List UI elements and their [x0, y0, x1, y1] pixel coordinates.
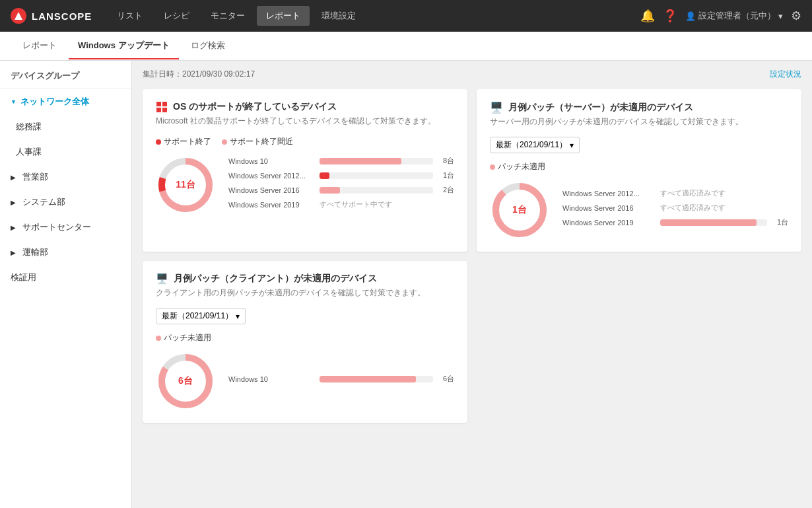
top-nav: LANSCOPE リスト レシピ モニター レポート 環境設定 🔔 ❓ 👤 設定…: [0, 0, 812, 32]
nav-item-settings[interactable]: 環境設定: [312, 6, 365, 26]
user-icon: 👤: [685, 11, 696, 21]
sidebar-item-eigyo[interactable]: ▶ 営業部: [0, 164, 131, 190]
sidebar-item-kensho[interactable]: 検証用: [0, 265, 131, 290]
sidebar-item-eigyo-label: 営業部: [22, 171, 48, 183]
legend-support-near: サポート終了間近: [222, 136, 293, 147]
legend-dot-pink-2: [490, 164, 495, 170]
legend-dot-pink: [222, 139, 227, 145]
logo: LANSCOPE: [11, 8, 92, 24]
legend-dot-red: [156, 139, 161, 145]
server-dropdown-label: 最新（2021/09/11）: [496, 139, 567, 151]
bar-row-2: Windows Server 2016 2台: [228, 185, 454, 195]
bar-rows-os: Windows 10 8台 Windows Server 2012...: [228, 156, 454, 214]
card-os-title-text: OS のサポートが終了しているデバイス: [173, 101, 337, 113]
chevron-right-icon: ▶: [11, 174, 16, 181]
sidebar-item-support-label: サポートセンター: [22, 221, 91, 233]
sidebar-item-support[interactable]: ▶ サポートセンター: [0, 215, 131, 240]
sidebar: デバイスグループ ネットワーク全体 総務課 人事課 ▶ 営業部 ▶ システム部 …: [0, 61, 132, 508]
cards-row-1: OS のサポートが終了しているデバイス Microsoft 社の製品サポートが終…: [143, 89, 801, 252]
gear-icon[interactable]: ⚙: [791, 9, 801, 23]
card-os-subtitle: Microsoft 社の製品サポートが終了しているデバイスを確認して対策できます…: [156, 116, 454, 127]
sidebar-item-jinjikar-label: 人事課: [16, 146, 42, 158]
sidebar-item-unyu[interactable]: ▶ 運輸部: [0, 240, 131, 265]
card-os-chart: 11台 Windows 10 8台 Window: [156, 155, 454, 215]
donut-server-label: 1台: [512, 204, 527, 216]
legend-patch-unapplied: パッチ未適用: [490, 161, 545, 172]
legend-patch-label: パッチ未適用: [498, 161, 545, 172]
client-bar-track-0: [320, 376, 433, 382]
setting-link[interactable]: 設定状況: [770, 69, 801, 80]
svg-marker-0: [15, 12, 22, 20]
windows-icon: [156, 101, 168, 113]
legend-client-patch: パッチ未適用: [156, 332, 211, 344]
bar-fill-1: [320, 172, 329, 179]
client-dropdown-label: 最新（2021/09/11）: [162, 310, 233, 322]
sidebar-header: デバイスグループ: [0, 61, 131, 89]
logo-icon: [11, 8, 26, 24]
client-bar-label-0: Windows 10: [228, 375, 314, 383]
card-server-chart: 1台 Windows Server 2012... すべて適応済みです Wind…: [490, 180, 788, 240]
legend-support-near-label: サポート終了間近: [230, 136, 293, 147]
server-bar-row-0: Windows Server 2012... すべて適応済みです: [562, 188, 788, 198]
user-label: 設定管理者（元中）: [698, 10, 776, 22]
bar-count-0: 8台: [438, 156, 454, 166]
sidebar-item-network[interactable]: ネットワーク全体: [0, 89, 131, 114]
user-menu[interactable]: 👤 設定管理者（元中） ▾: [685, 10, 783, 22]
svg-rect-1: [156, 102, 161, 106]
donut-client-label: 6台: [178, 375, 193, 387]
card-os-support: OS のサポートが終了しているデバイス Microsoft 社の製品サポートが終…: [143, 89, 467, 252]
nav-right: 🔔 ❓ 👤 設定管理者（元中） ▾ ⚙: [640, 9, 801, 23]
sidebar-item-system-label: システム部: [22, 196, 65, 208]
chevron-right-icon-2: ▶: [11, 199, 16, 206]
card-client-subtitle: クライアント用の月例パッチが未適用のデバイスを確認して対策できます。: [156, 287, 454, 299]
client-bar-count-0: 6台: [438, 374, 454, 384]
server-bar-nodata-1: すべて適応済みです: [660, 203, 726, 213]
server-dropdown[interactable]: 最新（2021/09/11） ▾: [490, 137, 580, 153]
server-bar-count-2: 1台: [772, 217, 788, 227]
sub-nav: レポート Windows アップデート ログ検索: [0, 32, 812, 61]
sub-nav-log-search[interactable]: ログ検索: [182, 33, 234, 59]
card-client-patch: 🖥️ 月例パッチ（クライアント）が未適用のデバイス クライアント用の月例パッチが…: [143, 261, 467, 423]
legend-client-patch-label: パッチ未適用: [164, 332, 211, 344]
server-bar-fill-2: [660, 219, 757, 226]
client-dropdown[interactable]: 最新（2021/09/11） ▾: [156, 308, 246, 324]
bar-row-3: Windows Server 2019 すべてサポート中です: [228, 200, 454, 209]
sidebar-item-system[interactable]: ▶ システム部: [0, 190, 131, 215]
bar-rows-server: Windows Server 2012... すべて適応済みです Windows…: [562, 188, 788, 232]
sidebar-item-jinjikar[interactable]: 人事課: [0, 139, 131, 164]
bar-label-1: Windows Server 2012...: [228, 172, 314, 180]
nav-item-report[interactable]: レポート: [257, 6, 310, 26]
chevron-right-icon-4: ▶: [11, 249, 16, 256]
client-dropdown-row: 最新（2021/09/11） ▾: [156, 308, 454, 324]
bar-label-3: Windows Server 2019: [228, 201, 314, 209]
bar-track-0: [320, 158, 433, 164]
main-header: 集計日時：2021/09/30 09:02:17 設定状況: [143, 69, 801, 80]
help-icon[interactable]: ❓: [663, 9, 677, 23]
server-patch-icon: 🖥️: [490, 101, 503, 114]
server-bar-track-2: [660, 219, 767, 226]
nav-item-recipe[interactable]: レシピ: [154, 6, 199, 26]
server-bar-row-2: Windows Server 2019 1台: [562, 217, 788, 227]
sub-nav-report[interactable]: レポート: [13, 33, 66, 59]
nav-item-monitor[interactable]: モニター: [201, 6, 254, 26]
legend-support-end: サポート終了: [156, 136, 211, 147]
client-patch-icon: 🖥️: [156, 273, 168, 285]
card-client-chart: 6台 Windows 10 6台: [156, 351, 454, 411]
bar-nodata-3: すべてサポート中です: [320, 200, 392, 209]
sub-nav-windows-update[interactable]: Windows アップデート: [69, 33, 179, 59]
card-client-title: 🖥️ 月例パッチ（クライアント）が未適用のデバイス: [156, 273, 454, 285]
nav-item-list[interactable]: リスト: [108, 6, 152, 26]
card-server-title-text: 月例パッチ（サーバー）が未適用のデバイス: [508, 102, 693, 114]
client-bar-row-0: Windows 10 6台: [228, 374, 454, 384]
sidebar-item-somukai[interactable]: 総務課: [0, 114, 131, 139]
chevron-down-icon: ▾: [778, 11, 783, 21]
bar-label-0: Windows 10: [228, 157, 314, 165]
logo-text: LANSCOPE: [32, 11, 92, 22]
bar-label-2: Windows Server 2016: [228, 186, 314, 194]
bell-icon[interactable]: 🔔: [640, 9, 655, 23]
sidebar-item-kensho-label: 検証用: [11, 272, 36, 283]
card-server-title: 🖥️ 月例パッチ（サーバー）が未適用のデバイス: [490, 101, 788, 114]
svg-rect-4: [162, 108, 167, 112]
bar-fill-2: [320, 187, 340, 194]
bar-rows-client: Windows 10 6台: [228, 374, 454, 388]
